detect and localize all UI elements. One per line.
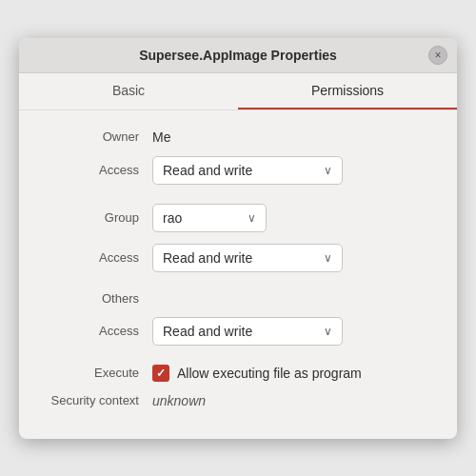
spacer-1 <box>48 196 428 204</box>
title-bar: Supersee.AppImage Properties × <box>19 38 457 73</box>
close-button[interactable]: × <box>428 46 447 65</box>
execute-label: Execute <box>48 366 152 380</box>
others-section-label: Others <box>48 291 152 306</box>
execute-checkbox-label: Allow executing file as program <box>177 366 362 381</box>
tab-bar: Basic Permissions <box>19 73 457 110</box>
group-value: rao <box>163 210 182 226</box>
group-access-label: Access <box>48 250 152 265</box>
others-access-row: Access Read and write ∨ <box>48 317 428 346</box>
group-access-row: Access Read and write ∨ <box>48 244 428 272</box>
security-row: Security context unknown <box>48 393 428 408</box>
others-access-dropdown[interactable]: Read and write ∨ <box>152 317 343 346</box>
spacer-3 <box>48 357 428 365</box>
group-label: Group <box>48 210 152 225</box>
others-section-row: Others <box>48 291 428 306</box>
execute-checkbox-container[interactable]: Allow executing file as program <box>152 365 362 382</box>
group-access-value: Read and write <box>163 250 252 266</box>
permissions-content: Owner Me Access Read and write ∨ Group r… <box>19 110 457 439</box>
others-access-label: Access <box>48 324 152 338</box>
chevron-down-icon: ∨ <box>324 325 332 338</box>
group-dropdown[interactable]: rao ∨ <box>152 204 267 232</box>
dialog-title: Supersee.AppImage Properties <box>139 48 337 63</box>
owner-access-row: Access Read and write ∨ <box>48 156 428 185</box>
chevron-down-icon: ∨ <box>248 211 256 225</box>
group-row: Group rao ∨ <box>48 204 428 232</box>
owner-label: Owner <box>48 129 152 144</box>
chevron-down-icon: ∨ <box>324 251 332 265</box>
execute-row: Execute Allow executing file as program <box>48 365 428 382</box>
security-label: Security context <box>48 393 152 407</box>
tab-permissions[interactable]: Permissions <box>238 73 457 109</box>
tab-basic[interactable]: Basic <box>19 73 238 109</box>
owner-access-value: Read and write <box>163 163 252 178</box>
spacer-2 <box>48 284 428 291</box>
owner-access-label: Access <box>48 163 152 177</box>
owner-value: Me <box>152 129 170 145</box>
chevron-down-icon: ∨ <box>324 164 332 177</box>
dialog-window: Supersee.AppImage Properties × Basic Per… <box>19 38 457 439</box>
group-access-dropdown[interactable]: Read and write ∨ <box>152 244 343 272</box>
execute-checkbox[interactable] <box>152 365 169 382</box>
owner-access-dropdown[interactable]: Read and write ∨ <box>152 156 343 185</box>
others-access-value: Read and write <box>163 324 252 339</box>
security-value: unknown <box>152 393 206 408</box>
owner-row: Owner Me <box>48 129 428 145</box>
